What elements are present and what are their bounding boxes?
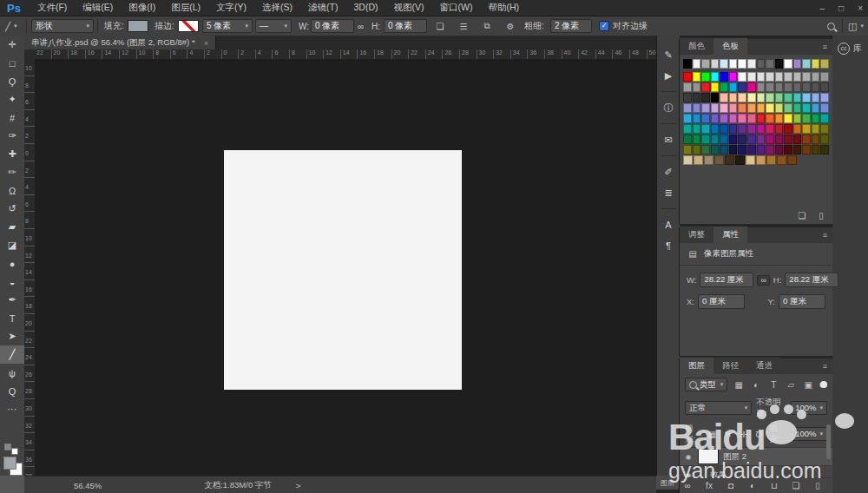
swatch[interactable] [747,103,756,113]
swatch[interactable] [701,72,710,82]
swatch[interactable] [738,59,746,69]
swatch[interactable] [720,114,728,123]
align-edges-checkbox[interactable]: ✓ 对齐边缘 [599,16,648,36]
swatch[interactable] [812,103,820,113]
swatch[interactable] [711,82,720,92]
new-layer-icon[interactable]: ❏ [790,481,802,490]
swatch[interactable] [693,59,701,69]
add-layer-mask-icon[interactable]: ◘ [725,481,737,490]
menu-item[interactable]: 视图(V) [386,2,432,14]
swatch[interactable] [787,155,797,165]
type-tool[interactable]: T [0,309,24,327]
swatch[interactable] [775,135,784,144]
swatch[interactable] [812,145,820,154]
path-arrange-icon[interactable]: ⧉ [481,21,493,31]
swatch[interactable] [693,103,701,113]
swatch[interactable] [747,124,756,134]
swatch[interactable] [711,93,720,102]
swatch[interactable] [693,145,701,154]
actions-icon[interactable]: ▶ [657,65,680,86]
swatch[interactable] [747,135,756,144]
swatch[interactable] [683,103,692,113]
swatch[interactable] [766,114,774,123]
swatch[interactable] [784,59,792,69]
swatch[interactable] [757,59,766,69]
swatch[interactable] [784,82,792,92]
swatch[interactable] [701,59,710,69]
hand-tool[interactable]: ψ [0,364,24,382]
width-field[interactable]: 0 像素 [311,16,354,36]
swatch[interactable] [683,82,692,92]
line-tool[interactable]: ╱ [0,345,24,364]
swatch[interactable] [820,114,829,123]
swatch[interactable] [711,72,720,82]
gear-icon[interactable]: ⚙ [504,22,516,31]
filter-toggle[interactable] [819,382,827,388]
swatch[interactable] [701,145,710,154]
swatch[interactable] [802,59,811,69]
swatch[interactable] [747,114,756,123]
link-layers-icon[interactable]: ∞ [681,481,694,490]
search-icon[interactable] [827,16,835,36]
swatch[interactable] [729,145,738,154]
swatch[interactable] [793,59,802,69]
swatch[interactable] [784,103,792,113]
swatch[interactable] [757,103,766,113]
swatch[interactable] [693,114,701,123]
swatch[interactable] [777,155,786,165]
gradient-tool[interactable]: ◪ [0,236,24,254]
swatch[interactable] [683,145,692,154]
new-swatch-icon[interactable]: ❏ [796,211,808,220]
swatch[interactable] [766,135,774,144]
swatch[interactable] [766,59,774,69]
swatch[interactable] [775,93,784,102]
swatch[interactable] [820,145,829,154]
swatch[interactable] [793,82,802,92]
menu-item[interactable]: 图层(L) [163,2,208,14]
prop-y-field[interactable]: 0 厘米 [779,294,825,309]
swatch[interactable] [704,155,713,165]
blur-tool[interactable]: ● [0,254,24,273]
close-button[interactable]: × [858,3,863,13]
swatch[interactable] [775,124,784,134]
swatch[interactable] [793,124,802,134]
height-field[interactable]: 0 像素 [384,16,427,36]
swatch[interactable] [693,72,701,82]
swatch[interactable] [683,114,692,123]
history-brush-tool[interactable]: ↺ [0,200,24,218]
default-colors-icon[interactable] [11,448,18,455]
swatch[interactable] [738,72,746,82]
swatch[interactable] [729,135,738,144]
swatch[interactable] [820,82,829,92]
path-selection-tool[interactable]: ➤ [0,327,24,345]
clone-stamp-tool[interactable]: Ω [0,181,24,200]
swatch[interactable] [784,72,792,82]
swatch[interactable] [701,124,710,134]
lasso-tool[interactable]: Ϙ [0,72,24,90]
swatch[interactable] [820,135,829,144]
swatch[interactable] [775,59,784,69]
swatch[interactable] [757,82,766,92]
character-panel-icon[interactable]: A [657,214,680,235]
swatch[interactable] [747,93,756,102]
swap-colors-icon[interactable] [4,444,11,450]
brush-tool[interactable]: ✏ [0,163,24,181]
clone-source-icon[interactable]: ≣ [657,182,680,203]
swatch[interactable] [766,72,774,82]
swatch[interactable] [720,145,728,154]
swatch[interactable] [775,72,784,82]
swatch[interactable] [738,145,746,154]
maximize-button[interactable]: □ [838,3,844,13]
swatch[interactable] [738,114,746,123]
swatch[interactable] [738,82,746,92]
swatch[interactable] [793,72,802,82]
swatch[interactable] [784,114,792,123]
document-canvas[interactable] [224,150,462,390]
swatch[interactable] [694,155,703,165]
swatch[interactable] [711,114,720,123]
swatch[interactable] [729,72,738,82]
swatch[interactable] [747,82,756,92]
swatch[interactable] [757,72,766,82]
swatch[interactable] [802,82,811,92]
swatch[interactable] [738,135,746,144]
